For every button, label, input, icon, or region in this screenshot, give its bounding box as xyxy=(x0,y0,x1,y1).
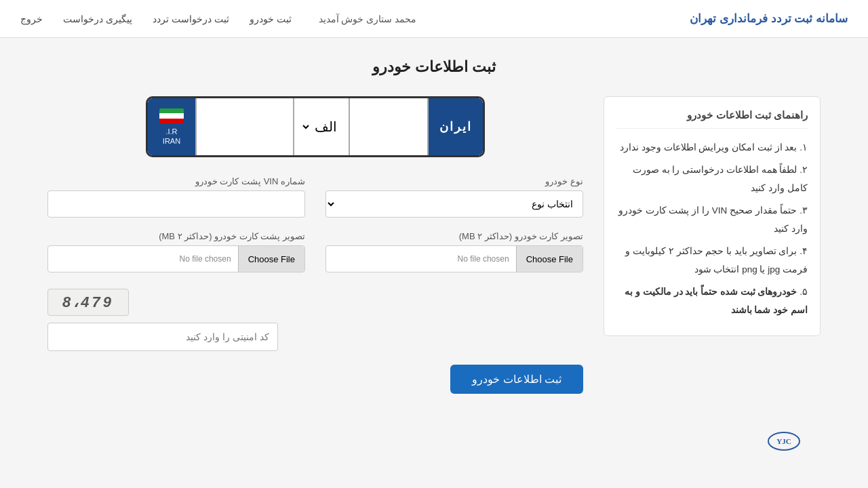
footer: YJC xyxy=(47,421,821,465)
submit-button[interactable]: ثبت اطلاعات خودرو xyxy=(450,365,583,394)
nav-link-vehicle[interactable]: ثبت خودرو xyxy=(250,14,292,24)
navbar: سامانه ثبت تردد فرمانداری تهران محمد ستا… xyxy=(0,0,868,38)
back-image-group: تصویر پشت کارت خودرو (حداکثر ۲ MB) Choos… xyxy=(47,231,305,272)
iran-text-fa: ایران xyxy=(439,119,472,134)
back-image-no-file: No file chosen xyxy=(48,254,238,264)
yjc-logo-icon: YJC xyxy=(768,432,800,451)
submit-row: ثبت اطلاعات خودرو xyxy=(47,365,583,394)
main-form: ایران الف بپتث جچحخ دذرز سشصط xyxy=(47,96,583,394)
nav-link-logout[interactable]: خروج xyxy=(20,14,43,24)
plate-right-number[interactable] xyxy=(349,98,429,155)
sidebar-title: راهنمای ثبت اطلاعات خودرو xyxy=(616,109,808,129)
front-image-no-file: No file chosen xyxy=(326,254,516,264)
vehicle-type-label: نوع خودرو xyxy=(326,176,583,186)
license-plate: ایران الف بپتث جچحخ دذرز سشصط xyxy=(146,96,485,157)
plate-letter-area: الف بپتث جچحخ دذرز سشصط عفقک گلمن وهی xyxy=(293,98,349,155)
navbar-user: محمد ستاری خوش آمدید xyxy=(319,14,417,24)
page-wrapper: ثبت اطلاعات خودرو راهنمای ثبت اطلاعات خو… xyxy=(34,38,834,485)
flag-icon xyxy=(159,108,184,123)
flag-white xyxy=(159,113,184,118)
captcha-row: 8،479 xyxy=(47,289,583,351)
plate-left-number[interactable] xyxy=(195,98,293,155)
front-image-file-wrapper: Choose File No file chosen xyxy=(326,245,583,272)
plate-left-input[interactable] xyxy=(201,117,288,138)
list-item: ۱. بعد از ثبت امکان ویرایش اطلاعات وجود … xyxy=(616,138,808,157)
sidebar-items: ۱. بعد از ثبت امکان ویرایش اطلاعات وجود … xyxy=(616,138,808,319)
front-image-group: تصویر کارت خودرو (حداکثر ۲ MB) Choose Fi… xyxy=(326,231,583,272)
plate-iran-side: ایران xyxy=(429,98,483,155)
list-item: ۳. حتماً مقدار صحیح VIN را از پشت کارت خ… xyxy=(616,201,808,238)
list-item: ۵. خودروهای ثبت شده حتماً باید در مالکیت… xyxy=(616,283,808,319)
ir-text: I.R. xyxy=(165,127,177,136)
nav-link-track[interactable]: پیگیری درخواست xyxy=(63,14,132,24)
sidebar: راهنمای ثبت اطلاعات خودرو ۱. بعد از ثبت … xyxy=(604,96,821,336)
plate-flag: I.R. IRAN xyxy=(148,98,195,155)
captcha-image: 8،479 xyxy=(47,289,129,316)
nav-links: ثبت خودرو ثبت درخواست تردد پیگیری درخواس… xyxy=(20,13,292,25)
front-image-label: تصویر کارت خودرو (حداکثر ۲ MB) xyxy=(326,231,583,241)
vehicle-type-select[interactable]: انتخاب نوع xyxy=(326,190,583,218)
content-row: راهنمای ثبت اطلاعات خودرو ۱. بعد از ثبت … xyxy=(47,96,821,394)
plate-container: ایران الف بپتث جچحخ دذرز سشصط xyxy=(47,96,583,157)
vin-input[interactable] xyxy=(47,190,305,218)
vehicle-type-group: نوع خودرو انتخاب نوع xyxy=(326,176,583,218)
plate-right-input[interactable] xyxy=(354,117,423,138)
vin-group: شماره VIN پشت کارت خودرو xyxy=(47,176,305,218)
form-grid: نوع خودرو انتخاب نوع شماره VIN پشت کارت … xyxy=(47,176,583,272)
plate-letter-select[interactable]: الف بپتث جچحخ دذرز سشصط عفقک گلمن وهی xyxy=(301,119,342,135)
captcha-input[interactable] xyxy=(47,323,278,351)
navbar-brand: سامانه ثبت تردد فرمانداری تهران xyxy=(690,12,848,26)
list-item: ۴. برای تصاویر باید با حجم حداکثر ۲ کیلو… xyxy=(616,242,808,279)
iran-text: IRAN xyxy=(163,137,180,145)
flag-red xyxy=(159,119,184,123)
front-image-choose-btn[interactable]: Choose File xyxy=(516,246,583,272)
page-title: ثبت اطلاعات خودرو xyxy=(47,58,821,76)
back-image-label: تصویر پشت کارت خودرو (حداکثر ۲ MB) xyxy=(47,231,305,241)
nav-link-request[interactable]: ثبت درخواست تردد xyxy=(153,14,229,24)
svg-text:YJC: YJC xyxy=(776,437,791,445)
vin-label: شماره VIN پشت کارت خودرو xyxy=(47,176,305,186)
list-item: ۲. لطفاً همه اطلاعات درخواستی را به صورت… xyxy=(616,161,808,197)
back-image-choose-btn[interactable]: Choose File xyxy=(238,246,304,272)
back-image-file-wrapper: Choose File No file chosen xyxy=(47,245,305,272)
footer-logo: YJC xyxy=(768,432,800,454)
flag-green xyxy=(159,108,184,113)
